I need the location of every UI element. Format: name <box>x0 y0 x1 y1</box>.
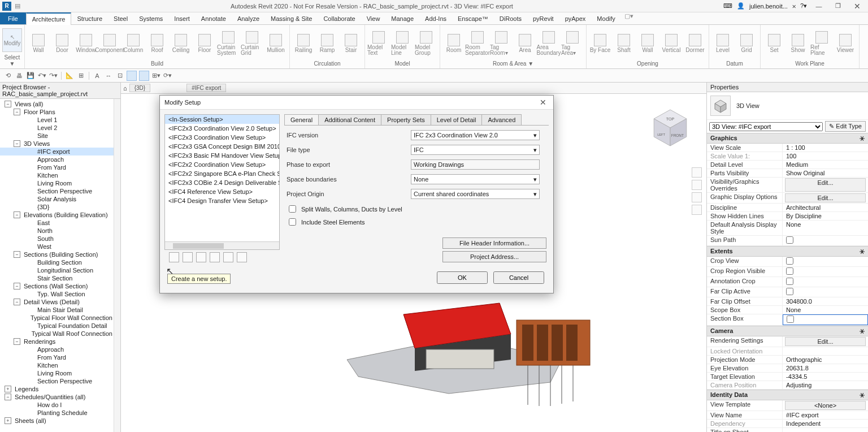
prop-row[interactable]: Crop Region Visible <box>707 267 868 277</box>
browser-scrollbar[interactable] <box>114 99 120 432</box>
qat-measure-icon[interactable]: 📐 <box>65 71 74 80</box>
ribbon-dormer[interactable]: Dormer <box>684 34 706 53</box>
phase-select[interactable]: Working Drawings <box>411 159 540 170</box>
ribbon-mullion[interactable]: Mullion <box>264 34 287 53</box>
dlg-tab-property-sets[interactable]: Property Sets <box>381 114 431 125</box>
tree-item[interactable]: Solar Analysis <box>0 195 114 203</box>
qat-dim-icon[interactable]: ↔ <box>104 71 113 80</box>
ribbon-window[interactable]: Window <box>75 34 97 53</box>
view-cube[interactable]: TOP FRONT LEFT <box>648 105 693 150</box>
tree-item[interactable]: Planting Schedule <box>0 409 114 417</box>
setup-option[interactable]: <IFC2x3 Coordination View 2.0 Setup> <box>165 124 279 133</box>
tree-item[interactable]: −Sections (Wall Section) <box>0 282 114 290</box>
setup-option[interactable]: <IFC2x2 Coordination View Setup> <box>165 160 279 169</box>
tab-enscape[interactable]: Enscape™ <box>452 12 494 24</box>
tab-systems[interactable]: Systems <box>133 12 168 24</box>
prop-group[interactable]: Extents⚹ <box>707 246 868 257</box>
restore-button[interactable]: ❐ <box>831 1 845 11</box>
prop-row[interactable]: View Name#IFC export <box>707 411 868 420</box>
ribbon-model-text[interactable]: Model Text <box>367 31 390 56</box>
qat-back-icon[interactable]: ⟲ <box>3 71 12 80</box>
tab-addins[interactable]: Add-Ins <box>419 12 452 24</box>
tree-item[interactable]: Level 2 <box>0 124 114 132</box>
tree-item[interactable]: −Elevations (Building Elevation) <box>0 211 114 219</box>
ribbon-floor[interactable]: Floor <box>193 34 216 53</box>
prop-row[interactable]: Camera PositionAdjusting <box>707 381 868 390</box>
ribbon-model-group[interactable]: Model Group <box>415 31 437 56</box>
tab-diroots[interactable]: DiRoots <box>494 12 527 24</box>
dlg-tab-level-of-detail[interactable]: Level of Detail <box>431 114 483 125</box>
project-address-button[interactable]: Project Address... <box>442 251 546 262</box>
ribbon-tag-area-[interactable]: Tag Area▾ <box>561 31 584 56</box>
ribbon-area-boundary[interactable]: Area Boundary <box>537 31 560 56</box>
prop-row[interactable]: Visibility/Graphics OverridesEdit... <box>707 178 868 193</box>
tree-item[interactable]: North <box>0 227 114 235</box>
tree-item[interactable]: −Floor Plans <box>0 108 114 116</box>
tree-item[interactable]: #IFC export <box>0 148 114 155</box>
vp-tab-3d[interactable]: {3D} <box>129 84 150 92</box>
qat-sync-icon[interactable]: ⟳▾ <box>163 71 172 80</box>
ribbon-shaft[interactable]: Shaft <box>613 34 635 53</box>
setup-option[interactable]: <In-Session Setup> <box>165 115 279 124</box>
tab-view[interactable]: View <box>361 12 386 24</box>
tree-item[interactable]: South <box>0 235 114 243</box>
ifc-version-select[interactable]: IFC 2x3 Coordination View 2.0▾ <box>411 130 540 140</box>
tree-item[interactable]: −3D Views <box>0 140 114 148</box>
exchange-icon[interactable]: ⨉ <box>792 2 796 10</box>
ribbon-column[interactable]: Column <box>122 34 145 53</box>
tree-item[interactable]: −Views (all) <box>0 100 114 108</box>
prop-row[interactable]: Detail LevelMedium <box>707 161 868 169</box>
prop-row[interactable]: Far Clip Offset304800.0 <box>707 297 868 306</box>
setup-option[interactable]: <IFC4 Reference View Setup> <box>165 187 279 196</box>
tab-massing[interactable]: Massing & Site <box>265 12 318 24</box>
properties-grid[interactable]: Graphics⚹View Scale1 : 100Scale Value 1:… <box>707 133 868 432</box>
ribbon-stair[interactable]: Stair <box>340 34 362 53</box>
prop-group[interactable]: Camera⚹ <box>707 326 868 336</box>
prop-row[interactable]: Locked Orientation <box>707 347 868 356</box>
tree-item[interactable]: Approach <box>0 345 114 353</box>
ribbon-ramp[interactable]: Ramp <box>316 34 338 53</box>
space-select[interactable]: None▾ <box>411 174 540 184</box>
tree-item[interactable]: {3D} <box>0 203 114 211</box>
prop-row[interactable]: Section Box <box>707 314 868 326</box>
tree-item[interactable]: −Renderings <box>0 338 114 345</box>
ribbon-collapse-icon[interactable]: ▢▾ <box>621 12 637 24</box>
ribbon-wall[interactable]: Wall <box>636 34 659 53</box>
origin-select[interactable]: Current shared coordinates▾ <box>411 189 540 199</box>
file-menu[interactable]: File <box>0 12 26 24</box>
select-group-label[interactable]: Select ▼ <box>2 54 22 67</box>
nav-wheel-icon[interactable] <box>692 167 702 178</box>
ribbon-door[interactable]: Door <box>51 34 73 53</box>
help-icon[interactable]: ?▾ <box>800 2 807 10</box>
tree-item[interactable]: From Yard <box>0 353 114 361</box>
rename-setup-button[interactable] <box>196 252 206 262</box>
ribbon-room-separator[interactable]: Room Separator <box>466 31 489 56</box>
nav-orbit-icon[interactable] <box>692 205 702 215</box>
prop-row[interactable]: View Scale1 : 100 <box>707 144 868 152</box>
tab-insert[interactable]: Insert <box>168 12 196 24</box>
prop-row[interactable]: Projection ModeOrthographic <box>707 356 868 364</box>
setup-option[interactable]: <IFC2x3 GSA Concept Design BIM 2010 Setu… <box>165 142 279 151</box>
prop-row[interactable]: Parts VisibilityShow Original <box>707 169 868 178</box>
tree-item[interactable]: Level 1 <box>0 116 114 124</box>
ribbon-model-line[interactable]: Model Line <box>391 31 414 56</box>
type-selector[interactable]: 3D View: #IFC export <box>709 122 823 131</box>
setup-option[interactable]: <IFC2x2 Singapore BCA e-Plan Check Setup… <box>165 169 279 178</box>
ribbon-ref-plane[interactable]: Ref Plane <box>810 31 833 56</box>
qat-text-icon[interactable]: A <box>93 71 102 80</box>
nav-zoom-icon[interactable] <box>692 192 702 202</box>
ribbon-wall[interactable]: Wall <box>27 34 50 53</box>
tree-item[interactable]: Site <box>0 132 114 140</box>
qat-save-icon[interactable]: 💾 <box>26 71 35 80</box>
prop-row[interactable]: Default Analysis Display StyleNone <box>707 221 868 236</box>
ribbon-grid[interactable]: Grid <box>735 34 758 53</box>
prop-row[interactable]: Eye Elevation20631.8 <box>707 364 868 373</box>
tab-structure[interactable]: Structure <box>71 12 108 24</box>
prop-group[interactable]: Graphics⚹ <box>707 133 868 144</box>
tree-item[interactable]: Kitchen <box>0 171 114 179</box>
tree-item[interactable]: −Detail Views (Detail) <box>0 298 114 306</box>
prop-group[interactable]: Identity Data⚹ <box>707 390 868 400</box>
ribbon-curtain-system[interactable]: Curtain System <box>217 31 240 56</box>
file-header-button[interactable]: File Header Information... <box>442 237 546 249</box>
dlg-tab-additional-content[interactable]: Additional Content <box>318 114 381 125</box>
